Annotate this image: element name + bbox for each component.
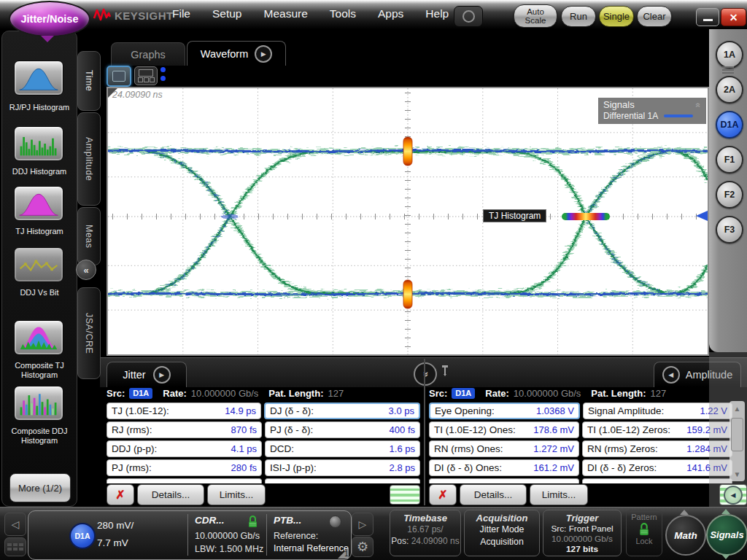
amplitude-delete-button[interactable]: ✗ [429, 484, 457, 505]
trigger-panel[interactable]: Trigger Src: Front Panel 10.000000 Gb/s … [543, 510, 622, 556]
app-menu-button[interactable]: Jitter/Noise [9, 1, 90, 37]
minimize-button[interactable] [696, 8, 719, 26]
statusbar-grid-button[interactable] [4, 537, 26, 556]
channel-badge[interactable]: D1A [69, 523, 96, 549]
sidebar-collapse-button[interactable]: « [76, 260, 96, 280]
amplitude-table-scrollbar[interactable]: ▲ ▼ [729, 401, 745, 481]
measurement-value: 178.6 mV [533, 424, 574, 435]
ddj-vs-bit-button[interactable] [14, 247, 63, 282]
menu-setup[interactable]: Setup [212, 7, 242, 20]
eye-diagram-plot[interactable]: 24.09090 ns TJ Histogram Signals « Diffe… [107, 87, 709, 356]
legend-collapse-icon[interactable]: « [694, 102, 704, 107]
play-circle-left-icon[interactable]: ◀ [662, 366, 680, 384]
measurement-cell-dj[interactable]: DJ (δ - δ):3.0 ps [264, 402, 420, 419]
clear-button[interactable]: Clear [637, 6, 672, 27]
settings-gear-button[interactable]: ⚙ [352, 537, 374, 557]
vertical-scale: 280 mV/ [97, 520, 133, 531]
tab-meas[interactable]: Meas [77, 207, 101, 265]
channel-button-2a[interactable]: 2A [716, 76, 743, 104]
measurement-label: ISI-J (p-p): [270, 462, 317, 473]
measurement-cell-isij[interactable]: ISI-J (p-p):2.8 ps [265, 459, 420, 476]
channel-button-f2[interactable]: F2 [716, 181, 743, 209]
channel-button-f1[interactable]: F1 [716, 146, 743, 174]
close-button[interactable]: ✕ [721, 8, 746, 26]
pin-icon[interactable] [441, 365, 449, 377]
cdr-title[interactable]: CDR... [195, 515, 225, 526]
amplitude-limits-button[interactable]: Limits... [530, 484, 588, 505]
tab-graphs[interactable]: Graphs [111, 42, 185, 66]
statusbar-prev-button[interactable]: ◁ [4, 513, 26, 536]
play-circle-icon[interactable]: ▶ [255, 45, 272, 63]
channel-button-1a[interactable]: 1A [716, 41, 743, 69]
measurement-value: 400 fs [390, 424, 415, 435]
measurement-label: TJ (1.0E-12): [112, 405, 169, 416]
tab-time[interactable]: Time [77, 51, 101, 111]
measurement-cell-di-ones[interactable]: DI (δ - δ) Ones:161.2 mV [429, 459, 579, 476]
timebase-pos-value: 24.09090 ns [411, 536, 460, 546]
composite-ddj-histogram-button[interactable] [14, 386, 63, 421]
signals-button[interactable]: Signals [706, 514, 747, 556]
measurement-cell-ddj[interactable]: DDJ (p-p):4.1 ps [107, 440, 262, 457]
jitter-histogram-view-button[interactable] [390, 485, 420, 505]
ptb-title[interactable]: PTB... [274, 515, 301, 526]
statusbar-next-button[interactable]: ▷ [352, 513, 374, 536]
panel-expand-button[interactable]: ◀ [719, 484, 747, 505]
single-pane-layout-button[interactable] [107, 66, 131, 87]
rjpj-histogram-button[interactable] [14, 61, 63, 96]
auto-scale-button[interactable]: Auto Scale [514, 4, 557, 28]
measurement-cell-eye-opening[interactable]: Eye Opening:1.0368 V [429, 402, 580, 419]
ddj-histogram-button[interactable] [14, 126, 63, 161]
tj-histogram-button[interactable] [14, 186, 63, 221]
amplitude-details-button[interactable]: Details... [460, 484, 527, 505]
measurement-cell-rj[interactable]: RJ (rms):870 fs [107, 421, 262, 438]
channel-button-d1a[interactable]: D1A [716, 111, 743, 139]
screenshot-camera-button[interactable] [454, 6, 483, 27]
ddj-histogram-icon [18, 129, 60, 158]
src-label: Src: [429, 388, 447, 399]
menu-measure[interactable]: Measure [264, 7, 308, 20]
tab-jitter[interactable]: Jitter ▶ [107, 362, 187, 387]
jitter-limits-button[interactable]: Limits... [207, 484, 266, 505]
ptb-led-icon [329, 516, 341, 528]
measurement-value: 14.9 ps [225, 405, 256, 416]
jitter-details-button[interactable]: Details... [137, 484, 204, 505]
pattern-lock-panel[interactable]: Pattern Lock [626, 510, 662, 556]
signals-legend[interactable]: Signals « Differential 1A [598, 98, 706, 124]
menu-tools[interactable]: Tools [330, 7, 356, 20]
tab-waveform-label: Waveform [201, 48, 249, 60]
measurement-cell-ti-ones[interactable]: TI (1.0E-12) Ones:178.6 mV [429, 421, 579, 438]
acquisition-type: Acquisition [465, 536, 539, 548]
composite-tj-histogram-button[interactable] [14, 320, 63, 355]
multi-pane-layout-button[interactable] [134, 66, 158, 85]
rate-value: 10.000000 Gb/s [514, 388, 581, 399]
run-button[interactable]: Run [561, 6, 596, 27]
timebase-panel[interactable]: Timebase 16.67 ps/ Pos: 24.09090 ns [390, 510, 461, 556]
scroll-up-icon[interactable]: ▲ [730, 401, 744, 416]
rate-label: Rate: [485, 388, 509, 399]
measurement-value: 1.0368 V [536, 405, 574, 416]
menu-help[interactable]: Help [425, 7, 449, 20]
acquisition-panel[interactable]: Acquisition Jitter Mode Acquisition [464, 510, 540, 556]
single-button[interactable]: Single [599, 6, 634, 27]
menu-file[interactable]: File [172, 7, 190, 20]
measurement-cell-pj-rms[interactable]: PJ (rms):280 fs [107, 459, 262, 476]
channel-button-f3[interactable]: F3 [716, 216, 743, 244]
measurement-cell-rn-ones[interactable]: RN (rms) Ones:1.272 mV [429, 440, 579, 457]
tab-waveform[interactable]: Waveform ▶ [187, 41, 286, 66]
jitter-delete-button[interactable]: ✗ [107, 484, 134, 505]
divider [266, 514, 267, 556]
math-button[interactable]: Math [665, 515, 706, 556]
menu-apps[interactable]: Apps [378, 7, 403, 20]
scroll-down-icon[interactable]: ▼ [730, 467, 744, 481]
tab-amplitude-side[interactable]: Amplitude [77, 112, 101, 206]
play-circle-icon[interactable]: ▶ [153, 366, 171, 384]
legend-trace-swatch [664, 114, 693, 117]
measurement-cell-tj[interactable]: TJ (1.0E-12):14.9 ps [107, 402, 261, 419]
more-pages-button[interactable]: More (1/2) [9, 473, 71, 502]
scrollbar-thumb[interactable] [731, 418, 743, 451]
tab-jsa-cre[interactable]: JSA/CRE [77, 287, 101, 379]
channel-status-panel[interactable]: D1A 280 mV/ 7.7 mV CDR... 10.000000 Gb/s… [28, 510, 352, 560]
panel-collapse-button[interactable]: « [414, 362, 437, 386]
measurement-cell-dcd[interactable]: DCD:1.6 ps [265, 440, 420, 457]
measurement-cell-pj-dd[interactable]: PJ (δ - δ):400 fs [265, 421, 420, 438]
